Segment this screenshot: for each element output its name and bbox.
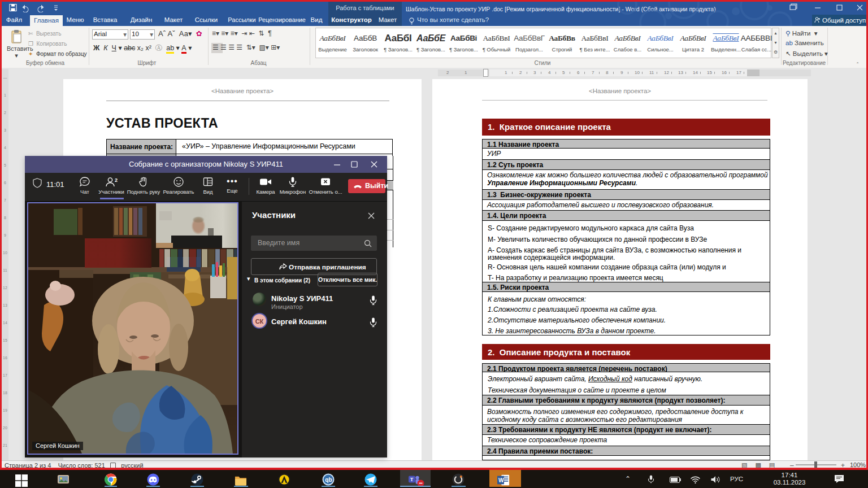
svg-text:T: T (410, 477, 414, 482)
svg-text:2: 2 (115, 177, 118, 183)
svg-text:qb: qb (325, 477, 332, 483)
svg-text:W: W (498, 477, 504, 483)
